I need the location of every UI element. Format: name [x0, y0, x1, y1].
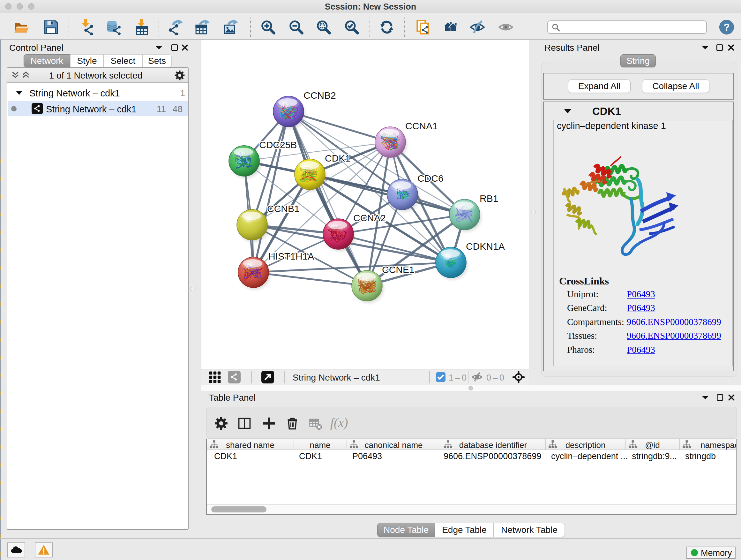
svg-text:CCNA2: CCNA2: [353, 212, 386, 223]
svg-text:HIST1H1A: HIST1H1A: [268, 251, 314, 261]
svg-text:CDC6: CDC6: [417, 173, 444, 184]
svg-text:CCNA1: CCNA1: [405, 121, 438, 131]
svg-text:CCNB2: CCNB2: [304, 90, 336, 101]
svg-text:CDK1: CDK1: [325, 153, 350, 164]
svg-text:CCNB1: CCNB1: [267, 203, 300, 214]
svg-text:RB1: RB1: [480, 193, 498, 204]
svg-text:CCNE1: CCNE1: [382, 264, 414, 275]
svg-text:CDC25B: CDC25B: [259, 139, 297, 150]
svg-text:CDKN1A: CDKN1A: [466, 241, 505, 252]
